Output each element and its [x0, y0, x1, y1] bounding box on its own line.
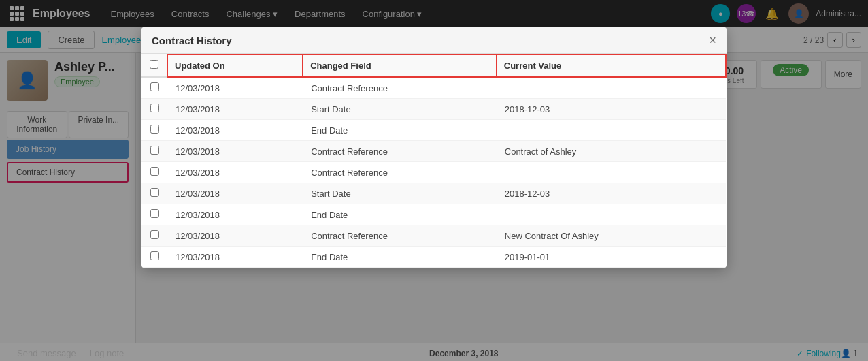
table-row: 12/03/2018 Contract Reference Contract o…	[141, 141, 726, 162]
cell-current-value	[497, 77, 726, 99]
table-row: 12/03/2018 Contract Reference New Contra…	[141, 225, 726, 247]
row-checkbox[interactable]	[150, 125, 159, 134]
cell-changed-field: End Date	[303, 120, 497, 141]
cell-changed-field: End Date	[303, 204, 497, 225]
cell-current-value	[497, 120, 726, 141]
row-checkbox-cell	[141, 183, 167, 204]
cell-updated-on: 12/03/2018	[167, 162, 303, 183]
cell-updated-on: 12/03/2018	[167, 204, 303, 225]
cell-current-value: 2019-01-01	[497, 247, 726, 268]
row-checkbox-cell	[141, 162, 167, 183]
cell-current-value: 2018-12-03	[497, 99, 726, 120]
row-checkbox-cell	[141, 204, 167, 225]
table-row: 12/03/2018 End Date	[141, 204, 726, 225]
cell-current-value	[497, 162, 726, 183]
row-checkbox[interactable]	[150, 188, 159, 197]
row-checkbox[interactable]	[150, 230, 159, 239]
contract-history-table-container: Updated On Changed Field Current Value 1…	[141, 54, 727, 268]
modal-close-button[interactable]: ×	[709, 34, 716, 46]
cell-updated-on: 12/03/2018	[167, 247, 303, 268]
cell-updated-on: 12/03/2018	[167, 183, 303, 204]
cell-updated-on: 12/03/2018	[167, 225, 303, 247]
contract-history-modal: Contract History × Updated On Changed Fi…	[141, 27, 727, 268]
contract-history-table: Updated On Changed Field Current Value 1…	[141, 54, 727, 268]
cell-changed-field: Contract Reference	[303, 141, 497, 162]
cell-current-value: 2018-12-03	[497, 183, 726, 204]
row-checkbox-cell	[141, 99, 167, 120]
cell-updated-on: 12/03/2018	[167, 141, 303, 162]
cell-current-value: Contract of Ashley	[497, 141, 726, 162]
table-row: 12/03/2018 End Date 2019-01-01	[141, 247, 726, 268]
table-row: 12/03/2018 End Date	[141, 120, 726, 141]
row-checkbox-cell	[141, 120, 167, 141]
cell-changed-field: Contract Reference	[303, 225, 497, 247]
modal-title: Contract History	[152, 35, 232, 46]
row-checkbox-cell	[141, 77, 167, 99]
row-checkbox[interactable]	[150, 104, 159, 112]
table-row: 12/03/2018 Contract Reference	[141, 77, 726, 99]
cell-updated-on: 12/03/2018	[167, 120, 303, 141]
row-checkbox[interactable]	[150, 82, 159, 91]
modal-overlay[interactable]: Contract History × Updated On Changed Fi…	[0, 0, 868, 361]
cell-updated-on: 12/03/2018	[167, 77, 303, 99]
cell-changed-field: Contract Reference	[303, 162, 497, 183]
header-changed-field: Changed Field	[303, 54, 497, 77]
cell-updated-on: 12/03/2018	[167, 99, 303, 120]
select-all-checkbox[interactable]	[150, 60, 158, 69]
table-row: 12/03/2018 Contract Reference	[141, 162, 726, 183]
table-row: 12/03/2018 Start Date 2018-12-03	[141, 99, 726, 120]
table-row: 12/03/2018 Start Date 2018-12-03	[141, 183, 726, 204]
cell-changed-field: Start Date	[303, 183, 497, 204]
row-checkbox-cell	[141, 225, 167, 247]
row-checkbox[interactable]	[150, 146, 159, 155]
row-checkbox[interactable]	[150, 251, 159, 260]
header-checkbox-col	[141, 54, 167, 77]
header-updated-on: Updated On	[167, 54, 303, 77]
header-current-value: Current Value	[497, 54, 726, 77]
row-checkbox-cell	[141, 247, 167, 268]
row-checkbox[interactable]	[150, 167, 159, 176]
cell-changed-field: Start Date	[303, 99, 497, 120]
cell-current-value	[497, 204, 726, 225]
cell-changed-field: End Date	[303, 247, 497, 268]
row-checkbox-cell	[141, 141, 167, 162]
row-checkbox[interactable]	[150, 209, 159, 218]
cell-current-value: New Contract Of Ashley	[497, 225, 726, 247]
modal-header: Contract History ×	[141, 27, 727, 54]
cell-changed-field: Contract Reference	[303, 77, 497, 99]
